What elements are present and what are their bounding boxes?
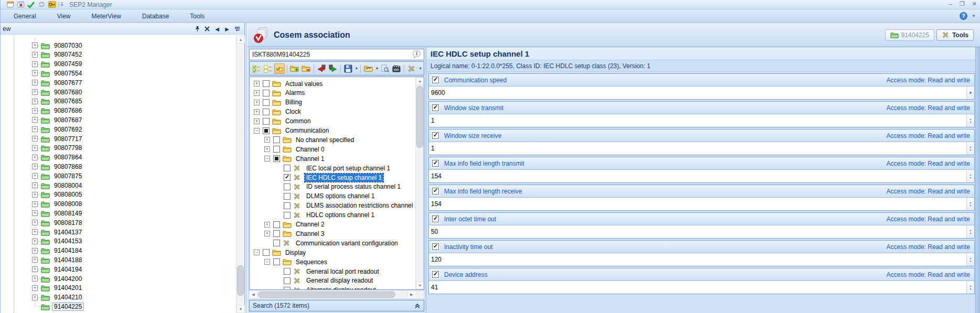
tree-item[interactable]: Alternate display readout [275, 286, 378, 290]
tree-item[interactable]: + No channel specified [264, 135, 356, 144]
device-button[interactable]: 91404225 [885, 29, 934, 41]
key-icon[interactable] [48, 1, 56, 8]
expand-toggle[interactable]: + [32, 285, 38, 291]
meter-row[interactable]: + 90807677 [1, 78, 83, 87]
meter-row[interactable]: + 90808178 [1, 218, 83, 227]
search-bar[interactable]: Search (1572 items) [249, 300, 424, 311]
expand-toggle[interactable]: + [32, 229, 38, 235]
dropdown-arrow-icon[interactable]: ▼ [355, 67, 359, 70]
expand-toggle[interactable]: + [32, 210, 38, 216]
tree-item[interactable]: Communication variant configuration [264, 239, 400, 247]
dropdown-arrow-icon[interactable]: ▼ [966, 87, 974, 99]
expand-toggle[interactable]: + [32, 276, 38, 282]
expand-toggle[interactable]: − [254, 250, 260, 255]
tree-item[interactable]: + Actual values [254, 79, 324, 88]
field-checkbox[interactable] [432, 160, 439, 167]
item-checkbox[interactable] [284, 184, 290, 190]
field-input[interactable]: 154 ▼ ▲▼ [429, 198, 974, 210]
tree-item[interactable]: IEC HDLC setup channel 1 [275, 173, 383, 182]
field-input[interactable]: 41 ▼ ▲▼ [429, 281, 974, 294]
expand-toggle[interactable]: + [32, 42, 38, 48]
tree-item[interactable]: + Channel 2 [264, 220, 326, 229]
meter-row[interactable]: + 90807798 [1, 144, 83, 153]
expand-toggle[interactable]: + [264, 231, 270, 236]
item-checkbox[interactable] [273, 221, 280, 228]
help-icon[interactable]: ? [960, 12, 967, 20]
position-menu-icon[interactable] [234, 26, 240, 32]
spinner-icon[interactable]: ▲▼ [966, 281, 974, 294]
close-icon[interactable] [204, 26, 210, 32]
pin-icon[interactable] [194, 26, 200, 32]
expand-toggle[interactable]: + [264, 146, 270, 152]
meter-row[interactable]: + 90807685 [1, 97, 83, 106]
meter-row[interactable]: + 91404194 [1, 265, 83, 274]
expand-toggle[interactable]: + [32, 99, 38, 104]
maximize-button[interactable]: ❐ [960, 1, 965, 7]
info-icon[interactable]: i [413, 50, 421, 59]
item-checkbox[interactable] [273, 155, 280, 162]
scroll-down-icon[interactable]: ▼ [236, 305, 245, 313]
tree-item[interactable]: DLMS options channel 1 [275, 192, 376, 201]
spinner-icon[interactable]: ▲▼ [966, 114, 974, 127]
item-checkbox[interactable] [263, 99, 270, 106]
item-checkbox[interactable] [284, 165, 290, 171]
expand-toggle[interactable]: − [264, 156, 270, 161]
expand-toggle[interactable]: + [32, 239, 38, 244]
preview-search-icon[interactable] [380, 63, 390, 74]
expand-toggle[interactable]: + [32, 155, 38, 160]
item-checkbox[interactable] [284, 268, 290, 275]
item-checkbox[interactable] [284, 212, 290, 219]
dropdown-arrow-icon[interactable]: ▼ [418, 67, 422, 70]
expand-toggle[interactable]: + [254, 90, 260, 96]
check-all-icon[interactable] [251, 63, 262, 74]
meter-row[interactable]: + 90807687 [1, 115, 83, 124]
tree-item[interactable]: − Channel 1 [264, 154, 326, 163]
expand-toggle[interactable]: + [32, 89, 38, 95]
field-input[interactable]: 9600 ▼ ▲▼ [429, 87, 974, 99]
tools-icon[interactable] [406, 63, 417, 74]
expand-toggle[interactable]: + [32, 173, 38, 179]
tree-item[interactable]: General local port readout [275, 267, 381, 276]
meter-row[interactable]: + 91404137 [1, 228, 83, 236]
item-checkbox[interactable] [273, 136, 280, 143]
field-checkbox[interactable] [432, 132, 439, 139]
chevron-down-icon[interactable]: ▼ [972, 14, 976, 18]
menu-item-general[interactable]: General [7, 11, 43, 21]
meter-row[interactable]: + 91404200 [1, 274, 83, 283]
meter-row[interactable]: + 91404153 [1, 237, 83, 246]
tree-horizontal-scrollbar[interactable]: ◀ ▶ [249, 290, 424, 299]
item-checkbox[interactable] [284, 193, 290, 200]
expand-toggle[interactable]: + [32, 61, 38, 67]
expand-toggle[interactable]: + [254, 109, 260, 115]
tree-item[interactable]: ID serial process status channel 1 [275, 182, 402, 191]
item-checkbox[interactable] [263, 118, 270, 125]
tree-item[interactable]: − Display [254, 248, 307, 257]
expand-toggle[interactable]: + [32, 145, 38, 151]
field-input[interactable]: 154 ▼ ▲▼ [429, 170, 974, 182]
tree-item[interactable]: − Communication [254, 126, 330, 135]
field-input[interactable]: 50 ▼ ▲▼ [429, 225, 974, 238]
expand-toggle[interactable]: − [254, 128, 260, 134]
tree-item[interactable]: IEC local port setup channel 1 [275, 164, 392, 172]
field-checkbox[interactable] [432, 243, 439, 250]
expand-toggle[interactable]: + [32, 164, 38, 169]
tree-item[interactable]: + Alarms [254, 89, 306, 98]
expand-toggle[interactable]: + [32, 248, 38, 254]
archive-folder-icon[interactable] [363, 63, 373, 74]
read-from-meter-icon[interactable] [316, 63, 327, 74]
spinner-icon[interactable]: ▲▼ [966, 253, 974, 266]
meter-row[interactable]: + 91404184 [1, 246, 83, 255]
meter-row[interactable]: + 91404210 [1, 293, 83, 302]
field-checkbox[interactable] [432, 77, 439, 83]
field-checkbox[interactable] [432, 215, 439, 222]
tree-item[interactable]: + Channel 0 [264, 145, 326, 154]
expand-toggle[interactable]: − [264, 259, 270, 265]
meter-row[interactable]: + 90807717 [1, 134, 83, 143]
tree-item[interactable]: + Clock [254, 107, 303, 116]
meter-row[interactable]: + 90807452 [1, 50, 83, 59]
dropdown-arrow-icon[interactable]: ▼ [375, 67, 379, 70]
expand-toggle[interactable]: + [32, 266, 38, 272]
tree-vertical-scrollbar[interactable]: ▲ ▼ [415, 77, 424, 289]
menu-item-view[interactable]: View [50, 11, 78, 21]
scroll-down-icon[interactable]: ▼ [416, 282, 424, 289]
